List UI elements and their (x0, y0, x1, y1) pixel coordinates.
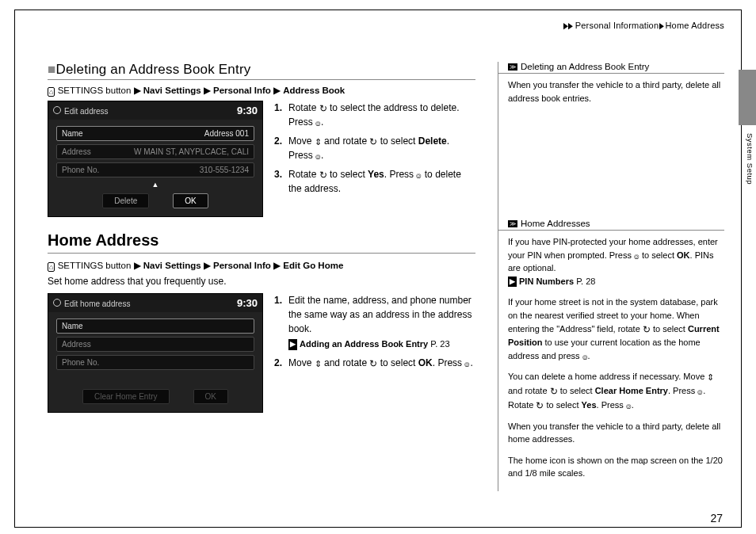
nav-path: SETTINGS button ▶ Navi Settings ▶ Person… (48, 260, 475, 271)
steps-list: 1.Rotate to select the address to delete… (274, 101, 475, 217)
rotate-dial-icon (643, 322, 651, 337)
square-bullet-icon: ■ (48, 62, 55, 77)
delete-button: Delete (102, 193, 149, 208)
chevron-right-icon: ▶ (273, 261, 283, 270)
page-number: 27 (710, 512, 723, 524)
enter-button-icon (697, 385, 703, 399)
step-item: 2.Move and rotate to select Delete. Pres… (274, 134, 475, 162)
link-arrow-icon: ≫ (508, 63, 517, 71)
breadcrumb: ▶▶Personal Information▶Home Address (562, 21, 724, 31)
move-joystick-icon (315, 357, 322, 371)
rotate-dial-icon (536, 399, 544, 413)
field-name: NameAddress 001 (56, 126, 254, 141)
move-joystick-icon (315, 135, 322, 149)
section-heading-delete-entry: ■Deleting an Address Book Entry (48, 62, 475, 80)
rotate-dial-icon (369, 357, 377, 371)
enter-button-icon (315, 116, 321, 130)
clock-display: 9:30 (237, 105, 258, 116)
triangle-up-icon: ▲ (56, 181, 254, 189)
clock-display: 9:30 (237, 297, 258, 309)
intro-text: Set home address that you frequently use… (48, 276, 475, 287)
step-item: 1.Rotate to select the address to delete… (274, 101, 475, 129)
field-phone: Phone No. (56, 355, 254, 370)
rotate-dial-icon (319, 101, 327, 116)
side-heading: ≫Deleting an Address Book Entry (498, 62, 724, 74)
chevron-right-icon: ▶▶ (564, 21, 573, 31)
chevron-right-icon: ▶ (134, 86, 143, 95)
chevron-right-icon: ▶ (659, 21, 664, 31)
link-arrow-icon: ▶ (288, 339, 297, 350)
cross-reference: ▶Adding an Address Book Entry P. 23 (288, 338, 475, 351)
clear-home-entry-button: Clear Home Entry (82, 389, 169, 404)
rotate-dial-icon (550, 384, 558, 399)
move-joystick-icon (707, 371, 714, 384)
side-note: If you have PIN-protected your home addr… (498, 235, 724, 480)
step-item: 3.Rotate to select Yes. Press to delete … (274, 167, 475, 196)
screenshot-edit-home-address: Edit home address 9:30 Name Address Phon… (48, 293, 263, 413)
gear-icon (53, 106, 61, 114)
step-item: 1. Edit the name, address, and phone num… (274, 293, 475, 351)
section-heading-home-address: Home Address (48, 231, 475, 254)
ok-button: OK (173, 193, 208, 208)
side-column: ≫Deleting an Address Book Entry When you… (498, 62, 724, 491)
enter-button-icon (416, 169, 422, 182)
chevron-right-icon: ▶ (273, 86, 283, 95)
enter-button-icon (315, 150, 321, 163)
field-address: Address (56, 337, 254, 352)
nav-path: SETTINGS button ▶ Navi Settings ▶ Person… (48, 85, 475, 96)
side-heading: ≫Home Addresses (498, 219, 724, 231)
steps-list: 1. Edit the name, address, and phone num… (274, 293, 475, 413)
rotate-dial-icon (369, 135, 377, 149)
screenshot-edit-address: Edit address 9:30 NameAddress 001 Addres… (48, 101, 263, 217)
cross-reference: ▶PIN Numbers P. 28 (508, 277, 595, 286)
enter-button-icon (634, 250, 640, 263)
rotate-dial-icon (319, 168, 327, 182)
enter-button-icon (626, 399, 632, 413)
settings-button-icon (48, 261, 55, 271)
side-note: When you transfer the vehicle to a third… (498, 78, 724, 105)
field-phone: Phone No.310-555-1234 (56, 162, 254, 177)
chevron-right-icon: ▶ (134, 261, 143, 270)
step-item: 2.Move and rotate to select OK. Press . (274, 356, 475, 370)
field-name: Name (56, 318, 254, 334)
chevron-right-icon: ▶ (204, 86, 213, 95)
link-arrow-icon: ≫ (508, 220, 517, 227)
gear-icon (53, 299, 61, 307)
chevron-right-icon: ▶ (204, 261, 213, 270)
settings-button-icon (48, 86, 55, 96)
main-column: ■Deleting an Address Book Entry SETTINGS… (48, 62, 475, 491)
ok-button: OK (193, 389, 228, 404)
link-arrow-icon: ▶ (508, 277, 517, 288)
enter-button-icon (582, 350, 588, 364)
enter-button-icon (464, 357, 470, 371)
field-address: AddressW MAIN ST, ANYPLCACE, CALI (56, 144, 254, 159)
